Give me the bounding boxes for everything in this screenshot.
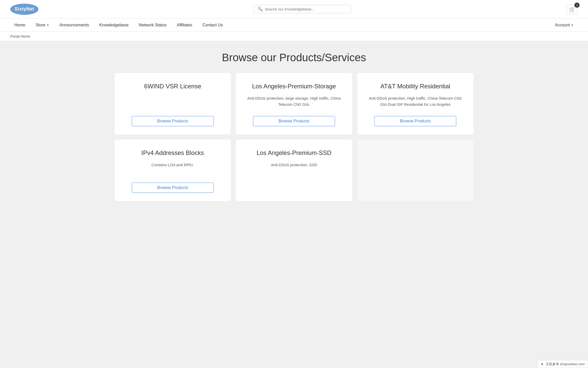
card-desc-att: Anti-DDoS protection, High traffic, Chin…	[364, 95, 466, 110]
card-desc-la-storage: Anti-DDoS protection, large storage, Hig…	[243, 95, 345, 110]
card-title-6wind: 6WIND VSR License	[144, 82, 201, 90]
search-icon: 🔍	[258, 7, 263, 12]
browse-button-att[interactable]: Browse Products	[374, 116, 456, 126]
nav-label-store: Store	[36, 23, 45, 27]
search-input[interactable]	[265, 7, 347, 11]
nav-label-account: Account	[555, 23, 570, 27]
cart-badge: 0	[574, 3, 580, 8]
nav-item-affiliates[interactable]: Affiliates	[173, 19, 196, 31]
breadcrumb: Portal Home	[0, 32, 588, 41]
watermark-icon: ●	[541, 361, 544, 363]
footer-watermark-bar: ● 主机参考 zhujicankao.com	[538, 360, 588, 363]
card-att: AT&T Mobility Residential Anti-DDoS prot…	[357, 73, 473, 134]
page-title: Browse our Products/Services	[10, 51, 578, 64]
header: SixtyNet 🔍 🛒 0	[0, 0, 588, 18]
header-right: 🛒 0	[566, 4, 578, 14]
nav-label-announcements: Announcements	[59, 23, 89, 27]
card-title-la-storage: Los Angeles-Premium-Storage	[252, 82, 336, 90]
card-la-ssd: Los Angeles-Premium-SSD Anti-DDoS protec…	[236, 140, 352, 201]
nav-item-contact[interactable]: Contact Us	[198, 19, 227, 31]
browse-button-6wind[interactable]: Browse Products	[132, 116, 214, 126]
chevron-down-icon-account: ▼	[571, 24, 574, 27]
nav-item-knowledgebase[interactable]: Knowledgebase	[95, 19, 133, 31]
nav-label-contact: Contact Us	[202, 23, 223, 27]
nav-item-announcements[interactable]: Announcements	[55, 19, 93, 31]
nav-item-network-status[interactable]: Network Status	[135, 19, 170, 31]
watermark-text: 主机参考 zhujicankao.com	[546, 362, 585, 363]
card-title-att: AT&T Mobility Residential	[380, 82, 450, 90]
browse-button-la-storage[interactable]: Browse Products	[253, 116, 335, 126]
main-content: Browse our Products/Services 6WIND VSR L…	[0, 41, 588, 363]
nav-item-account[interactable]: Account ▼	[551, 19, 578, 31]
nav: Home Store ▼ Announcements Knowledgebase…	[0, 18, 588, 32]
nav-item-store[interactable]: Store ▼	[32, 19, 53, 31]
logo[interactable]: SixtyNet	[10, 4, 38, 15]
nav-label-home: Home	[14, 23, 25, 27]
nav-label-network-status: Network Status	[139, 23, 166, 27]
nav-item-home[interactable]: Home	[10, 19, 29, 31]
card-title-ipv4: IPv4 Addresses Blocks	[141, 149, 204, 157]
cart-icon: 🛒	[569, 6, 575, 12]
card-6wind: 6WIND VSR License Browse Products	[115, 73, 231, 134]
card-empty	[357, 140, 473, 201]
cards-grid: 6WIND VSR License Browse Products Los An…	[115, 73, 473, 134]
card-ipv4: IPv4 Addresses Blocks Contains LOA and R…	[115, 140, 231, 201]
card-desc-la-ssd: Anti-DDoS protection, SSD	[271, 162, 317, 187]
breadcrumb-label: Portal Home	[10, 34, 30, 38]
cards-bottom: IPv4 Addresses Blocks Contains LOA and R…	[115, 140, 473, 201]
cart-button[interactable]: 🛒 0	[566, 4, 578, 14]
card-title-la-ssd: Los Angeles-Premium-SSD	[257, 149, 331, 157]
logo-text: SixtyNet	[10, 4, 38, 15]
search-bar: 🔍	[254, 5, 351, 13]
nav-label-affiliates: Affiliates	[177, 23, 192, 27]
nav-label-knowledgebase: Knowledgebase	[99, 23, 128, 27]
card-desc-ipv4: Contains LOA and RPKI.	[151, 162, 194, 176]
browse-button-ipv4[interactable]: Browse Products	[132, 183, 214, 193]
card-la-storage: Los Angeles-Premium-Storage Anti-DDoS pr…	[236, 73, 352, 134]
chevron-down-icon: ▼	[46, 24, 49, 27]
